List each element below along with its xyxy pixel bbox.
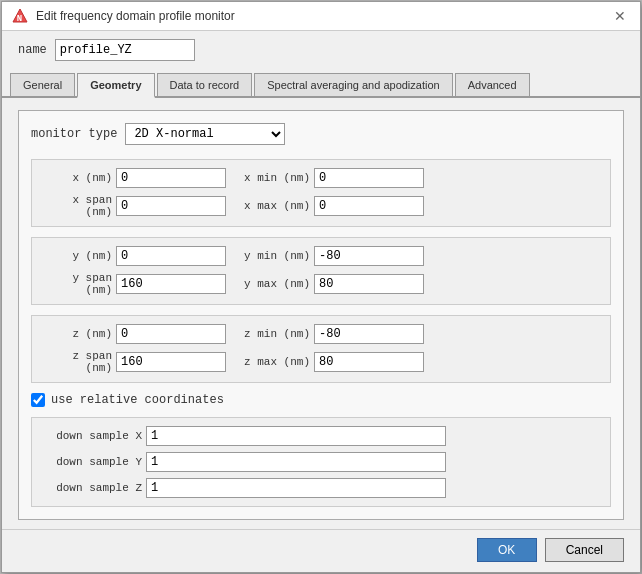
ok-button[interactable]: OK	[477, 538, 537, 562]
name-input[interactable]	[55, 39, 195, 61]
close-button[interactable]: ✕	[610, 9, 630, 23]
monitor-type-label: monitor type	[31, 127, 117, 141]
downsample-z-input[interactable]	[146, 478, 446, 498]
yspan-input[interactable]	[116, 274, 226, 294]
xmax-label: x max (nm)	[230, 200, 310, 212]
downsample-z-row: down sample Z	[42, 478, 600, 498]
relative-coords-label: use relative coordinates	[51, 393, 224, 407]
tab-advanced[interactable]: Advanced	[455, 73, 530, 96]
tab-geometry[interactable]: Geometry	[77, 73, 154, 98]
button-row: OK Cancel	[2, 529, 640, 572]
tabs-row: General Geometry Data to record Spectral…	[2, 69, 640, 98]
tab-data-to-record[interactable]: Data to record	[157, 73, 253, 96]
name-row: name	[2, 31, 640, 69]
xmax-input[interactable]	[314, 196, 424, 216]
yspan-row: y span (nm) y max (nm)	[42, 272, 600, 296]
zspan-label: z span (nm)	[42, 350, 112, 374]
x-coords-group: x (nm) x min (nm) x span (nm) x max (nm)	[31, 159, 611, 227]
z-input[interactable]	[116, 324, 226, 344]
x-row: x (nm) x min (nm)	[42, 168, 600, 188]
downsample-y-row: down sample Y	[42, 452, 600, 472]
zmax-input[interactable]	[314, 352, 424, 372]
y-coords-group: y (nm) y min (nm) y span (nm) y max (nm)	[31, 237, 611, 305]
dialog: N Edit frequency domain profile monitor …	[1, 1, 641, 573]
downsample-x-input[interactable]	[146, 426, 446, 446]
x-input[interactable]	[116, 168, 226, 188]
z-coords-group: z (nm) z min (nm) z span (nm) z max (nm)	[31, 315, 611, 383]
zspan-row: z span (nm) z max (nm)	[42, 350, 600, 374]
y-label: y (nm)	[42, 250, 112, 262]
svg-text:N: N	[17, 14, 22, 24]
monitor-type-row: monitor type 2D X-normal 2D Y-normal 2D …	[31, 123, 611, 145]
ymin-label: y min (nm)	[230, 250, 310, 262]
downsample-x-row: down sample X	[42, 426, 600, 446]
downsample-group: down sample X down sample Y down sample …	[31, 417, 611, 507]
xspan-row: x span (nm) x max (nm)	[42, 194, 600, 218]
z-label: z (nm)	[42, 328, 112, 340]
relative-coords-row: use relative coordinates	[31, 393, 611, 407]
zmax-label: z max (nm)	[230, 356, 310, 368]
zmin-label: z min (nm)	[230, 328, 310, 340]
downsample-y-input[interactable]	[146, 452, 446, 472]
downsample-z-label: down sample Z	[42, 482, 142, 494]
y-row: y (nm) y min (nm)	[42, 246, 600, 266]
app-icon: N	[12, 8, 28, 24]
xspan-label: x span (nm)	[42, 194, 112, 218]
x-label: x (nm)	[42, 172, 112, 184]
dialog-title: Edit frequency domain profile monitor	[36, 9, 235, 23]
tab-spectral[interactable]: Spectral averaging and apodization	[254, 73, 452, 96]
y-input[interactable]	[116, 246, 226, 266]
downsample-x-label: down sample X	[42, 430, 142, 442]
ymax-label: y max (nm)	[230, 278, 310, 290]
zspan-input[interactable]	[116, 352, 226, 372]
xspan-input[interactable]	[116, 196, 226, 216]
title-bar-left: N Edit frequency domain profile monitor	[12, 8, 235, 24]
geometry-panel: monitor type 2D X-normal 2D Y-normal 2D …	[18, 110, 624, 520]
downsample-y-label: down sample Y	[42, 456, 142, 468]
content-area: monitor type 2D X-normal 2D Y-normal 2D …	[2, 98, 640, 529]
ymin-input[interactable]	[314, 246, 424, 266]
z-row: z (nm) z min (nm)	[42, 324, 600, 344]
zmin-input[interactable]	[314, 324, 424, 344]
name-label: name	[18, 43, 47, 57]
title-bar: N Edit frequency domain profile monitor …	[2, 2, 640, 31]
xmin-input[interactable]	[314, 168, 424, 188]
yspan-label: y span (nm)	[42, 272, 112, 296]
cancel-button[interactable]: Cancel	[545, 538, 624, 562]
xmin-label: x min (nm)	[230, 172, 310, 184]
relative-coords-checkbox[interactable]	[31, 393, 45, 407]
tab-general[interactable]: General	[10, 73, 75, 96]
monitor-type-select[interactable]: 2D X-normal 2D Y-normal 2D Z-normal	[125, 123, 285, 145]
ymax-input[interactable]	[314, 274, 424, 294]
